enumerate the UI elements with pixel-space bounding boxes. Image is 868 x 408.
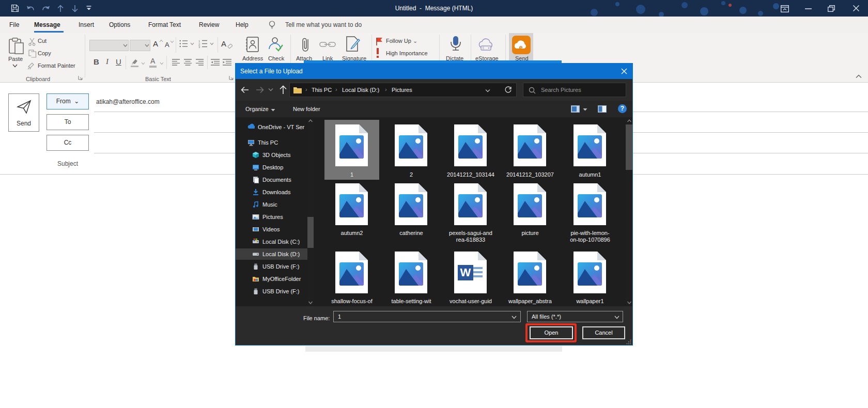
svg-text:e: e xyxy=(519,43,522,51)
svg-text:3: 3 xyxy=(198,45,200,48)
